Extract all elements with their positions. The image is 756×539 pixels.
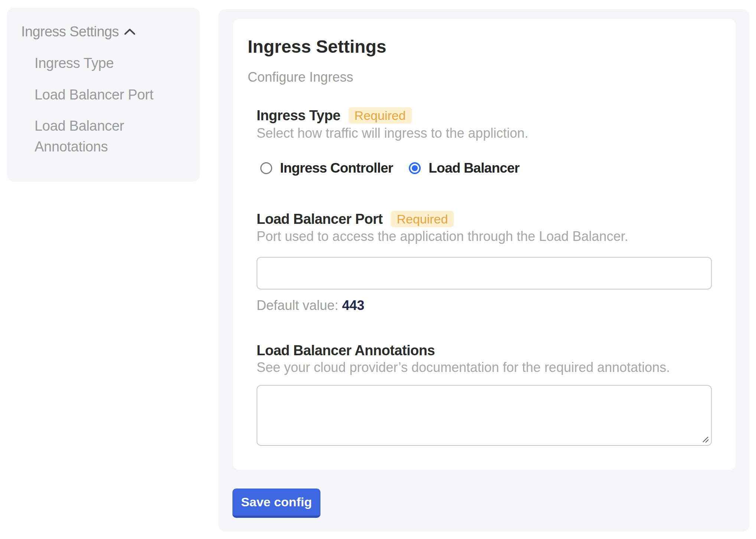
save-config-button[interactable]: Save config [232,489,320,518]
lb-annotations-help: See your cloud provider’s documentation … [257,359,670,376]
radio-dot [412,165,418,171]
lb-port-default: Default value:443 [257,297,364,314]
lb-port-input[interactable] [257,257,712,290]
default-label: Default value: [257,298,338,313]
radio-label-load-balancer[interactable]: Load Balancer [428,160,519,176]
sidebar-item-load-balancer-annotations[interactable]: Load Balancer Annotations [35,115,187,157]
radio-label-ingress-controller[interactable]: Ingress Controller [280,160,393,176]
sidebar-section-label: Ingress Settings [21,23,119,40]
card-title: Ingress Settings [248,36,386,57]
radio-ingress-controller[interactable] [260,162,272,174]
sidebar-item-ingress-type[interactable]: Ingress Type [35,53,187,74]
lb-annotations-label: Load Balancer Annotations [257,343,435,359]
required-badge: Required [391,211,454,227]
ingress-type-help: Select how traffic will ingress to the a… [257,125,528,141]
lb-port-label: Load Balancer Port [257,211,382,227]
lb-annotations-section-heading: Load Balancer Annotations [257,342,435,359]
ingress-settings-card: Ingress Settings Configure Ingress Ingre… [233,19,736,470]
required-badge: Required [349,107,412,124]
lb-port-section-heading: Load Balancer Port Required [257,210,454,228]
sidebar-section-ingress-settings[interactable]: Ingress Settings [21,23,136,40]
sidebar-item-load-balancer-port[interactable]: Load Balancer Port [35,84,187,105]
lb-port-help: Port used to access the application thro… [257,228,628,245]
settings-nav-sidebar: Ingress Settings Ingress Type Load Balan… [7,8,200,182]
lb-annotations-textarea[interactable] [257,385,712,446]
card-subtitle: Configure Ingress [248,69,353,85]
resize-handle-icon[interactable] [702,436,709,443]
default-value: 443 [342,298,364,313]
chevron-up-icon [124,28,136,35]
ingress-type-section-heading: Ingress Type Required [257,107,412,124]
main-panel: Ingress Settings Configure Ingress Ingre… [218,9,749,532]
ingress-type-radio-group: Ingress Controller Load Balancer [260,159,519,177]
radio-load-balancer[interactable] [409,162,421,174]
ingress-type-label: Ingress Type [257,108,340,124]
